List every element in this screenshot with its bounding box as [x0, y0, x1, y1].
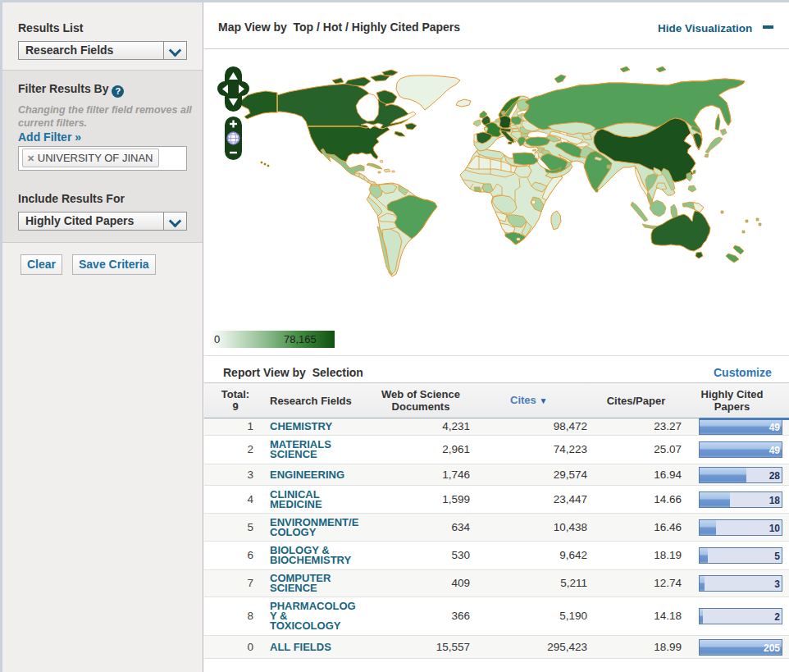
svg-text:78,165: 78,165 [284, 333, 317, 345]
svg-text:0: 0 [214, 333, 220, 345]
